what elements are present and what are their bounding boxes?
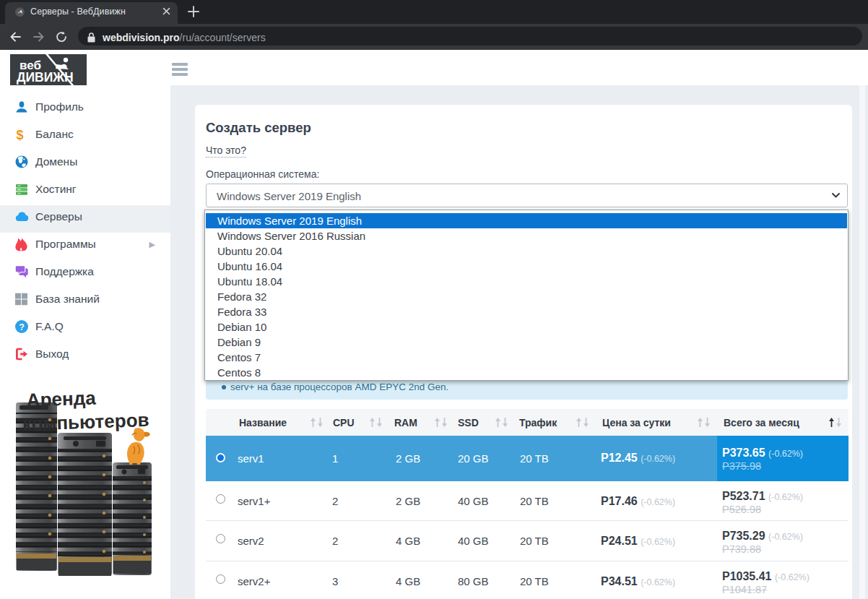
- svg-text:?: ?: [19, 322, 25, 332]
- svg-text:компьютеров: компьютеров: [22, 409, 149, 435]
- svg-text:Аренда: Аренда: [26, 389, 96, 411]
- svg-text:$: $: [17, 128, 24, 141]
